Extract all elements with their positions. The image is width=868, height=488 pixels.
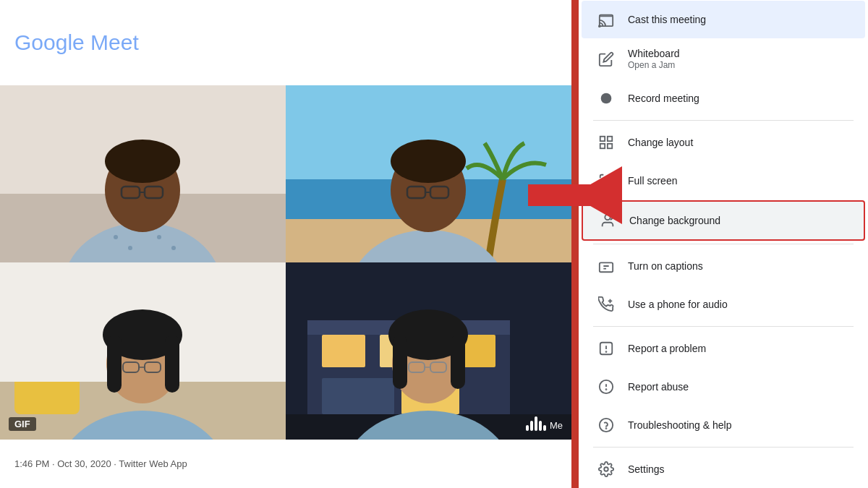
svg-point-9 xyxy=(114,235,118,239)
menu-item-captions[interactable]: Turn on captions xyxy=(582,247,865,285)
menu-divider-14 xyxy=(593,447,854,448)
menu-text-report-problem: Report a problem xyxy=(628,343,851,354)
menu-label-captions: Turn on captions xyxy=(628,260,851,272)
svg-point-69 xyxy=(606,428,607,429)
menu-divider-7 xyxy=(593,244,854,244)
menu-item-background[interactable]: Change background xyxy=(582,200,865,241)
menu-icon-fullscreen xyxy=(596,171,616,191)
svg-point-5 xyxy=(105,140,180,183)
menu-text-troubleshoot: Troubleshooting & help xyxy=(628,419,851,431)
sidebar-divider xyxy=(571,0,579,488)
menu-label-phone-audio: Use a phone for audio xyxy=(628,299,851,310)
svg-rect-59 xyxy=(600,144,605,148)
menu-icon-troubleshoot xyxy=(596,415,616,435)
menu-text-cast: Cast this meeting xyxy=(628,14,851,25)
svg-rect-57 xyxy=(608,137,612,141)
menu-item-settings[interactable]: Settings xyxy=(582,450,865,488)
menu-item-report-abuse[interactable]: Report abuse xyxy=(582,368,865,406)
menu-icon-report-abuse xyxy=(596,377,616,397)
video-grid: GIF xyxy=(0,85,571,440)
menu-icon-layout xyxy=(596,132,616,153)
svg-rect-47 xyxy=(451,335,465,389)
menu-sublabel-whiteboard: Open a Jam xyxy=(628,60,851,70)
menu-text-fullscreen: Full screen xyxy=(628,175,851,187)
menu-label-report-problem: Report a problem xyxy=(628,343,851,354)
menu-text-layout: Change layout xyxy=(628,137,851,148)
gif-badge: GIF xyxy=(9,417,36,431)
menu-label-settings: Settings xyxy=(628,463,851,475)
svg-rect-40 xyxy=(322,378,394,414)
menu-icon-captions xyxy=(596,256,616,276)
svg-point-68 xyxy=(600,419,613,432)
menu-text-whiteboard: WhiteboardOpen a Jam xyxy=(628,48,851,70)
video-cell-2 xyxy=(286,85,571,262)
menu-icon-whiteboard xyxy=(596,49,616,69)
menu-label-background: Change background xyxy=(629,215,849,226)
top-bar: Google Meet xyxy=(0,0,571,85)
menu-icon-phone-audio xyxy=(596,294,616,314)
svg-point-12 xyxy=(171,246,176,250)
me-badge: Me xyxy=(550,420,563,431)
bottom-strip: 1:46 PM · Oct 30, 2020 · Twitter Web App xyxy=(0,440,571,488)
menu-label-troubleshoot: Troubleshooting & help xyxy=(628,419,851,431)
top-bar-title: Google Meet xyxy=(14,30,139,55)
menu-item-cast[interactable]: Cast this meeting xyxy=(582,1,865,38)
menu-text-record: Record meeting xyxy=(628,93,851,104)
svg-rect-58 xyxy=(608,144,612,148)
svg-point-11 xyxy=(157,235,161,239)
menu-item-fullscreen[interactable]: Full screen xyxy=(582,162,865,200)
bottom-time: 1:46 PM · Oct 30, 2020 · Twitter Web App xyxy=(14,458,187,469)
svg-rect-29 xyxy=(107,335,122,393)
svg-point-60 xyxy=(605,215,610,220)
svg-point-55 xyxy=(601,93,612,104)
svg-point-54 xyxy=(599,25,600,27)
video-cell-4: Me xyxy=(286,262,571,440)
menu-label-layout: Change layout xyxy=(628,137,851,148)
menu-text-phone-audio: Use a phone for audio xyxy=(628,299,851,310)
svg-point-67 xyxy=(606,389,607,390)
menu-divider-10 xyxy=(593,326,854,327)
menu-label-record: Record meeting xyxy=(628,93,851,104)
svg-point-70 xyxy=(604,467,608,471)
video-area: Google Meet xyxy=(0,0,571,488)
svg-point-64 xyxy=(606,351,607,352)
menu-icon-background xyxy=(597,210,618,231)
menu-text-settings: Settings xyxy=(628,463,851,475)
menu-icon-settings xyxy=(596,459,616,479)
menu-icon-record xyxy=(596,88,616,108)
svg-rect-30 xyxy=(165,335,179,393)
menu-item-troubleshoot[interactable]: Troubleshooting & help xyxy=(582,406,865,444)
svg-rect-37 xyxy=(322,335,365,367)
menu-label-whiteboard: Whiteboard xyxy=(628,48,851,59)
menu-label-report-abuse: Report abuse xyxy=(628,381,851,393)
menu-text-captions: Turn on captions xyxy=(628,260,851,272)
menu-text-report-abuse: Report abuse xyxy=(628,381,851,393)
svg-rect-61 xyxy=(600,262,613,272)
menu-icon-report-problem xyxy=(596,338,616,359)
video-cell-3: GIF xyxy=(0,262,286,440)
menu-item-record[interactable]: Record meeting xyxy=(582,80,865,117)
video-cell-1 xyxy=(0,85,286,262)
svg-point-10 xyxy=(128,246,132,250)
menu-panel: Cast this meetingWhiteboardOpen a JamRec… xyxy=(579,0,868,488)
menu-text-background: Change background xyxy=(629,215,849,226)
svg-rect-46 xyxy=(393,335,407,389)
menu-item-phone-audio[interactable]: Use a phone for audio xyxy=(582,286,865,323)
menu-label-cast: Cast this meeting xyxy=(628,14,851,25)
menu-item-report-problem[interactable]: Report a problem xyxy=(582,330,865,367)
menu-item-whiteboard[interactable]: WhiteboardOpen a Jam xyxy=(582,39,865,79)
menu-label-fullscreen: Full screen xyxy=(628,175,851,187)
menu-item-layout[interactable]: Change layout xyxy=(582,124,865,161)
svg-rect-56 xyxy=(600,137,605,141)
svg-point-18 xyxy=(391,140,466,183)
audio-indicator xyxy=(526,416,546,431)
menu-divider-3 xyxy=(593,120,854,121)
menu-icon-cast xyxy=(596,9,616,30)
